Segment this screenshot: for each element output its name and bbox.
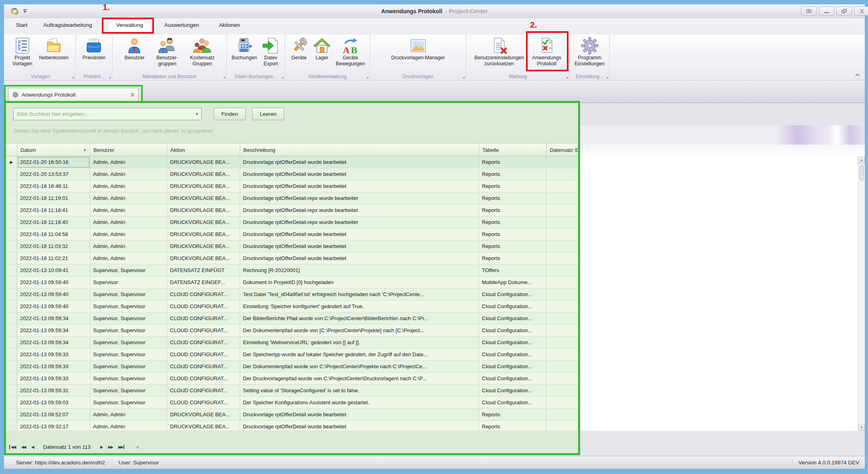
finden-button[interactable]: Finden <box>214 108 246 120</box>
group-dialog-launcher-icon[interactable] <box>606 76 608 79</box>
cell-aktion: CLOUD CONFIGURAT... <box>167 313 240 325</box>
table-row[interactable]: 2022-01-13 09:59:33 Supervisor, Supervis… <box>6 349 578 361</box>
row-indicator-cell <box>6 276 17 288</box>
nebenkosten-button[interactable]: Nebenkosten <box>39 36 69 61</box>
nav-first-button[interactable]: ◀◀ <box>9 445 15 449</box>
group-dialog-launcher-icon[interactable] <box>462 76 465 79</box>
table-row[interactable]: 2022-01-13 09:59:40 Supervisor, Supervis… <box>6 301 578 313</box>
table-row[interactable]: 2022-01-13 09:59:33 Supervisor, Supervis… <box>6 361 578 373</box>
table-row[interactable]: 2022-01-18 11:02:21 Admin, Admin DRUCKVO… <box>6 252 578 264</box>
table-row[interactable]: 2022-01-18 11:04:58 Admin, Admin DRUCKVO… <box>6 228 578 240</box>
column-header-datum[interactable]: Datum ▼ <box>17 143 90 157</box>
column-header-beschreibung[interactable]: Beschreibung <box>240 143 479 157</box>
group-dialog-launcher-icon[interactable] <box>223 76 225 79</box>
buchungen-button[interactable]: Buchungen <box>232 36 257 61</box>
projekt-vorlagen-button[interactable]: Projekt Vorlagen <box>12 36 32 67</box>
table-row[interactable]: 2022-01-13 09:59:34 Supervisor, Supervis… <box>6 325 578 337</box>
column-header-label: Datum <box>20 147 36 153</box>
column-header-datensatz-id[interactable]: Datensatz ID ▲ <box>546 143 578 157</box>
tab-auswertungen[interactable]: Auswertungen <box>164 22 199 28</box>
cell-benutzer: Supervisor, Supervisor <box>90 349 167 361</box>
nav-prev-page-button[interactable]: ◀◀ <box>21 445 25 449</box>
column-header-tabelle[interactable]: Tabelle <box>479 143 546 157</box>
tab-auftragsbearbeitung[interactable]: Auftragsbearbeitung <box>43 22 92 28</box>
ribbon-group-caption: Datev Buchungen... <box>227 74 285 79</box>
group-dialog-launcher-icon[interactable] <box>72 76 74 79</box>
group-dialog-launcher-icon[interactable] <box>566 76 568 79</box>
row-indicator-cell <box>6 204 17 216</box>
group-dialog-launcher-icon[interactable] <box>281 76 283 79</box>
restore-button[interactable] <box>836 6 852 16</box>
table-row[interactable]: 2022-01-13 09:52:07 Admin, Admin DRUCKVO… <box>6 409 578 421</box>
cell-tabelle: Cloud Configuration... <box>479 373 546 385</box>
geraete-bewegungen-button[interactable]: A B Geräte Bewegungen <box>336 36 365 67</box>
table-row[interactable]: 2022-01-13 09:59:34 Supervisor, Supervis… <box>6 313 578 325</box>
cell-aktion: DRUCKVORLAGE BEA... <box>167 168 240 180</box>
scroll-down-button[interactable]: ▼ <box>858 424 865 431</box>
cell-tabelle: Reports <box>479 421 546 430</box>
benutzergruppen-button[interactable]: Benutzer- gruppen <box>156 36 178 67</box>
column-header-benutzer[interactable]: Benutzer <box>90 143 167 157</box>
tab-aktionen[interactable]: Aktionen <box>219 22 240 28</box>
ribbon-item-label: gruppen <box>158 61 176 67</box>
tab-anwendungs-protokoll[interactable]: Anwendungs Protokoll X <box>8 88 139 101</box>
minimize-button[interactable] <box>819 6 834 16</box>
cell-tabelle: Cloud Configuration... <box>479 337 546 349</box>
projekt-vorlagen-icon <box>13 36 32 55</box>
fullscreen-button[interactable] <box>801 6 817 16</box>
nav-next-button[interactable]: ▶ <box>100 445 103 449</box>
table-row[interactable]: 2022-01-13 10:09:41 Supervisor, Supervis… <box>6 264 578 276</box>
cell-datensatz-id <box>546 180 578 192</box>
table-row[interactable]: 2022-01-13 09:32:17 Admin, Admin DRUCKVO… <box>6 421 578 430</box>
collapse-ribbon-icon[interactable] <box>856 73 860 77</box>
scrollbar-thumb[interactable] <box>859 165 864 181</box>
scroll-down-icon: ▼ <box>860 426 863 429</box>
scroll-up-button[interactable]: ▲ <box>858 157 865 163</box>
druckvorlagen-manager-button[interactable]: Druckvorlagen-Manager <box>391 36 445 61</box>
nav-next-page-button[interactable]: ▶▶ <box>108 445 112 449</box>
ribbon-item-label: Einstellungen <box>575 61 605 67</box>
kostensatz-gruppen-button[interactable]: Kostensatz Gruppen <box>190 36 215 67</box>
table-row[interactable]: 2022-01-13 09:59:31 Supervisor, Supervis… <box>6 385 578 397</box>
table-row[interactable]: 2022-01-13 09:59:40 Supervisor DATENSATZ… <box>6 276 578 288</box>
search-dropdown-icon[interactable]: ▼ <box>192 108 201 120</box>
benutzer-button[interactable]: Benutzer <box>124 36 144 61</box>
table-row[interactable]: 2022-01-13 09:59:40 Supervisor, Supervis… <box>6 288 578 301</box>
search-input[interactable] <box>13 108 202 120</box>
table-row[interactable]: ▶ 2022-01-20 16:50:16 Admin, Admin DRUCK… <box>6 156 578 168</box>
group-dialog-launcher-icon[interactable] <box>366 76 368 79</box>
vertical-scrollbar[interactable]: ▲ ▼ <box>858 157 864 431</box>
cell-tabelle: TOffers <box>479 264 546 276</box>
cell-aktion: DRUCKVORLAGE BEA... <box>167 228 240 240</box>
preislisten-button[interactable]: Preislisten <box>83 36 106 61</box>
nav-prev-button[interactable]: ◀ <box>31 445 34 449</box>
table-row[interactable]: 2022-01-13 09:59:03 Supervisor, Supervis… <box>6 397 578 409</box>
datev-export-button[interactable]: Datev Export <box>261 36 280 67</box>
leeren-button[interactable]: Leeren <box>252 108 284 120</box>
table-row[interactable]: 2022-01-18 11:18:41 Admin, Admin DRUCKVO… <box>6 204 578 216</box>
table-row[interactable]: 2022-01-13 09:59:34 Supervisor, Supervis… <box>6 337 578 349</box>
tab-start[interactable]: Start <box>16 22 28 28</box>
column-header-aktion[interactable]: Aktion <box>167 143 240 157</box>
sort-desc-icon[interactable]: ▼ <box>81 148 87 152</box>
lager-button[interactable]: Lager <box>313 36 331 61</box>
table-row[interactable]: 2022-01-18 11:16:40 Admin, Admin DRUCKVO… <box>6 216 578 228</box>
table-row[interactable]: 2022-01-18 16:46:11 Admin, Admin DRUCKVO… <box>6 180 578 192</box>
cell-beschreibung: Druckvorlage rptOfferDetail wurde bearbe… <box>240 168 479 180</box>
row-indicator-cell <box>6 216 17 228</box>
cell-datum: 2022-01-13 09:59:34 <box>17 313 90 325</box>
row-indicator-cell <box>6 192 17 204</box>
cell-datensatz-id <box>546 156 578 168</box>
table-row[interactable]: 2022-01-13 09:59:33 Supervisor, Supervis… <box>6 373 578 385</box>
nav-last-button[interactable]: ▶▶ <box>118 445 124 449</box>
geraete-button[interactable]: Geräte <box>290 36 308 61</box>
tab-close-icon[interactable]: X <box>131 92 134 98</box>
table-row[interactable]: 2022-01-20 13:53:37 Admin, Admin DRUCKVO… <box>6 168 578 180</box>
table-row[interactable]: 2022-01-18 11:19:01 Admin, Admin DRUCKVO… <box>6 192 578 204</box>
close-button[interactable]: X <box>854 6 868 16</box>
table-row[interactable]: 2022-01-18 11:03:32 Admin, Admin DRUCKVO… <box>6 240 578 252</box>
benutzereinstellungen-zuruecksetzen-button[interactable]: Benutzereinstellungen zurücksetzen <box>474 36 524 67</box>
svg-text:B: B <box>351 45 357 55</box>
group-dialog-launcher-icon[interactable] <box>109 76 111 79</box>
programm-einstellungen-button[interactable]: Programm Einstellungen <box>575 36 605 67</box>
